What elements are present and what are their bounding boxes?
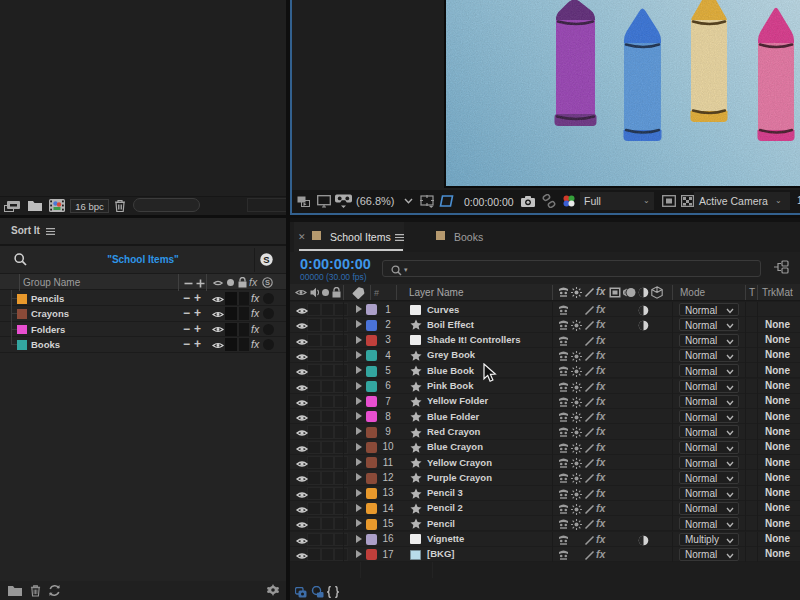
svg-text:S: S xyxy=(265,278,270,287)
svg-text:S: S xyxy=(263,253,269,264)
